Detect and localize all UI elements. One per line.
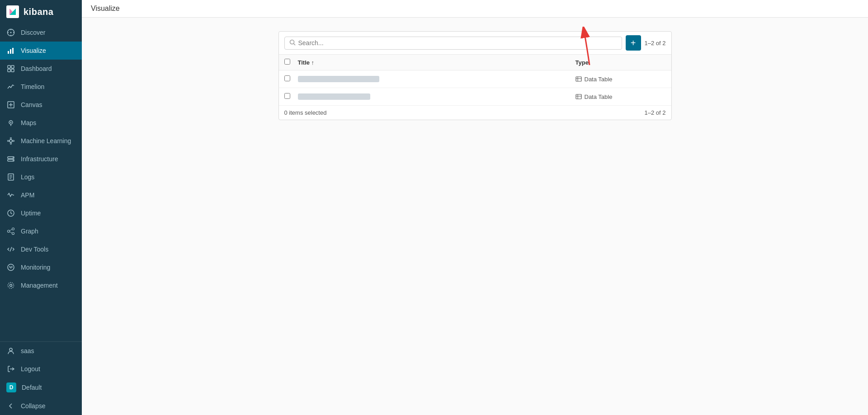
logs-icon xyxy=(6,173,15,182)
sidebar-item-timelion-label: Timelion xyxy=(21,83,44,90)
svg-rect-13 xyxy=(8,69,10,72)
sidebar-item-graph[interactable]: Graph xyxy=(0,222,82,240)
row2-title xyxy=(298,93,576,100)
devtools-icon xyxy=(6,245,15,254)
svg-point-47 xyxy=(8,283,14,289)
sidebar-item-machine-learning[interactable]: Machine Learning xyxy=(0,132,82,150)
canvas-icon xyxy=(6,100,15,109)
svg-point-51 xyxy=(290,40,294,44)
search-input[interactable] xyxy=(298,39,617,47)
sidebar-item-uptime-label: Uptime xyxy=(21,210,41,217)
svg-rect-14 xyxy=(11,69,14,72)
sidebar-item-discover[interactable]: Discover xyxy=(0,23,82,42)
dashboard-icon xyxy=(6,64,15,73)
title-col-label: Title ↑ xyxy=(298,59,315,66)
sidebar-item-dashboard[interactable]: Dashboard xyxy=(0,60,82,78)
sidebar-item-canvas-label: Canvas xyxy=(21,101,42,108)
sidebar-item-timelion[interactable]: Timelion xyxy=(0,78,82,96)
chevron-left-icon xyxy=(6,401,15,410)
search-icon xyxy=(289,39,296,47)
add-button[interactable]: + xyxy=(626,35,641,51)
sidebar-item-discover-label: Discover xyxy=(21,29,45,36)
app-logo[interactable]: kibana xyxy=(0,0,82,23)
sidebar-item-uptime[interactable]: Uptime xyxy=(0,204,82,222)
user-icon xyxy=(6,346,15,355)
table-footer: 0 items selected 1–2 of 2 xyxy=(279,106,671,120)
svg-point-22 xyxy=(10,138,12,139)
monitoring-icon xyxy=(6,263,15,272)
search-wrapper xyxy=(284,37,622,50)
row1-type-label: Data Table xyxy=(585,76,613,83)
table-row[interactable]: Data Table xyxy=(279,70,671,88)
title-column-header[interactable]: Title ↑ xyxy=(298,59,576,66)
kibana-logo-text: kibana xyxy=(24,7,53,17)
row1-checkbox[interactable] xyxy=(284,75,290,81)
svg-line-42 xyxy=(9,229,12,231)
sidebar-item-default[interactable]: D Default xyxy=(0,378,82,397)
svg-rect-9 xyxy=(10,49,11,54)
page-header: Visualize xyxy=(82,0,868,18)
svg-point-20 xyxy=(10,122,12,123)
sidebar-item-logout-label: Logout xyxy=(21,365,40,373)
sidebar-item-saas-label: saas xyxy=(21,347,34,354)
sidebar-item-apm[interactable]: APM xyxy=(0,186,82,204)
row2-checkbox[interactable] xyxy=(284,93,290,99)
panel-toolbar: + 1–2 of 2 xyxy=(279,32,671,55)
data-table-icon xyxy=(576,76,582,82)
row1-checkbox-col xyxy=(284,75,298,83)
sidebar-item-apm-label: APM xyxy=(21,191,34,199)
sidebar-item-logout[interactable]: Logout xyxy=(0,360,82,378)
timelion-icon xyxy=(6,82,15,91)
sidebar-item-canvas[interactable]: Canvas xyxy=(0,96,82,114)
svg-rect-53 xyxy=(576,77,581,81)
row2-title-text xyxy=(298,93,370,100)
select-all-checkbox[interactable] xyxy=(284,59,290,65)
svg-line-52 xyxy=(293,43,295,45)
apm-icon xyxy=(6,191,15,200)
main-nav: Discover Visualize xyxy=(0,23,82,341)
svg-point-24 xyxy=(8,140,9,142)
sidebar-item-devtools-label: Dev Tools xyxy=(21,246,48,253)
sidebar-item-saas[interactable]: saas xyxy=(0,342,82,360)
sidebar-item-management-label: Management xyxy=(21,282,58,289)
sidebar-item-logs[interactable]: Logs xyxy=(0,168,82,186)
management-icon xyxy=(6,281,15,290)
svg-point-3 xyxy=(10,32,12,33)
sidebar-item-collapse[interactable]: Collapse xyxy=(0,397,82,415)
row1-type: Data Table xyxy=(576,76,666,83)
logout-icon xyxy=(6,364,15,373)
infra-icon xyxy=(6,154,15,163)
sidebar-item-management[interactable]: Management xyxy=(0,276,82,294)
svg-point-25 xyxy=(13,140,14,142)
sidebar-item-ml-label: Machine Learning xyxy=(21,137,71,145)
sidebar-item-infrastructure[interactable]: Infrastructure xyxy=(0,150,82,168)
svg-rect-8 xyxy=(8,51,9,54)
svg-rect-12 xyxy=(11,65,14,68)
uptime-icon xyxy=(6,209,15,218)
main-content: Visualize xyxy=(82,0,868,415)
page-title: Visualize xyxy=(91,5,859,13)
sidebar-item-maps-label: Maps xyxy=(21,119,36,126)
row1-title-text xyxy=(298,76,379,82)
row2-type: Data Table xyxy=(576,93,666,100)
table-row[interactable]: Data Table xyxy=(279,88,671,106)
svg-point-32 xyxy=(13,157,14,158)
sidebar-item-devtools[interactable]: Dev Tools xyxy=(0,240,82,258)
sidebar-item-visualize[interactable]: Visualize xyxy=(0,42,82,60)
sidebar-item-maps[interactable]: Maps xyxy=(0,114,82,132)
svg-point-23 xyxy=(10,143,12,145)
footer-pagination: 1–2 of 2 xyxy=(645,109,666,116)
sidebar-item-graph-label: Graph xyxy=(21,228,38,235)
data-table-icon xyxy=(576,93,582,100)
sidebar-bottom: saas Logout D Default Collapse xyxy=(0,341,82,415)
svg-line-43 xyxy=(9,232,12,233)
sidebar-item-monitoring[interactable]: Monitoring xyxy=(0,258,82,276)
svg-rect-56 xyxy=(576,94,581,99)
sidebar-item-dashboard-label: Dashboard xyxy=(21,65,52,72)
svg-point-41 xyxy=(12,233,14,235)
sidebar-item-visualize-label: Visualize xyxy=(21,47,46,54)
visualize-panel-wrapper: + 1–2 of 2 Title ↑ Type xyxy=(278,31,672,120)
ml-icon xyxy=(6,136,15,145)
graph-icon xyxy=(6,227,15,236)
row2-checkbox-col xyxy=(284,93,298,101)
